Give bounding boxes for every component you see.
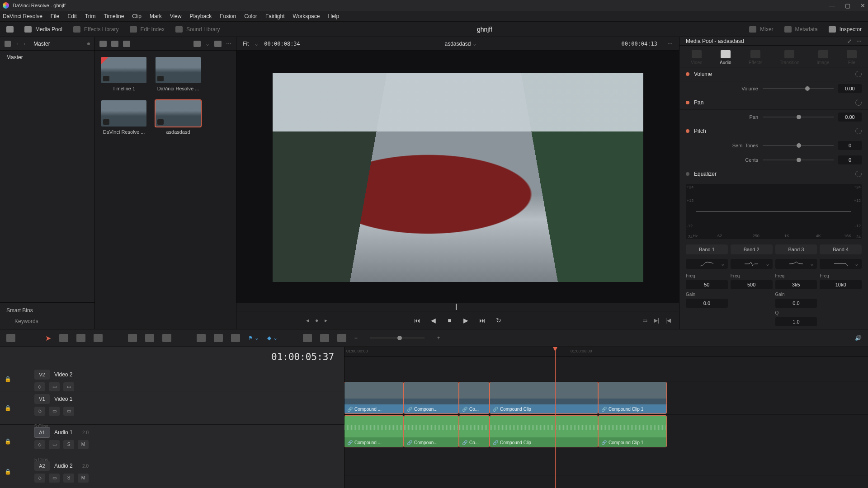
pan-value[interactable]: 0.00 [838,113,862,122]
track-lock-icon[interactable]: 🔒 [5,469,12,475]
pan-slider[interactable] [763,117,834,117]
auto-select-icon[interactable]: ◇ [34,382,45,391]
inspector-menu-icon[interactable]: ⋯ [856,38,862,44]
cents-slider[interactable] [763,160,834,160]
playhead[interactable] [555,347,556,488]
track-v1-dest[interactable]: V1 [34,394,50,404]
track-a2-dest[interactable]: A2 [34,461,50,471]
track-enable-icon[interactable]: ▭ [49,407,60,416]
section-volume[interactable]: Volume [694,71,712,77]
band1-gain[interactable]: 0.0 [686,299,728,308]
menu-file[interactable]: File [51,13,59,19]
window-maximize-button[interactable]: ▢ [845,2,850,9]
viewer-zoom-select[interactable]: Fit [243,41,249,47]
track-v2-dest[interactable]: V2 [34,370,50,380]
next-clip-icon[interactable]: ▶| [654,317,659,324]
mute-button[interactable]: M [78,440,89,449]
track-a2-lane[interactable] [344,448,868,475]
timeline-audio-clip[interactable]: 🔗 Compound Clip [490,416,598,447]
band1-shape-select[interactable]: ⌄ [686,259,728,269]
inspector-tab-transition[interactable]: Transition [780,50,800,65]
audio-monitor-icon[interactable]: 🔊 [855,335,862,341]
window-close-button[interactable]: ✕ [860,2,865,9]
menu-timeline[interactable]: Timeline [104,13,124,19]
overwrite-clip-icon[interactable] [145,334,154,342]
reset-pan-icon[interactable] [854,98,863,107]
inspector-toggle[interactable]: Inspector [829,26,862,33]
timeline-clip[interactable]: 🔗 Compound ... [344,382,403,413]
band3-q[interactable]: 1.0 [775,317,817,326]
viewer-timecode-in[interactable]: 00:00:08:34 [264,41,300,47]
blade-tool-icon[interactable] [94,334,103,342]
replace-clip-icon[interactable] [162,334,171,342]
track-record-icon[interactable]: ▭ [49,440,60,449]
window-minimize-button[interactable]: — [829,2,835,9]
menu-view[interactable]: View [170,13,182,19]
track-a1-dest[interactable]: A1 [34,427,50,437]
list-view-icon[interactable] [123,41,130,47]
pool-menu-icon[interactable]: ⋯ [226,41,231,47]
smart-bin-keywords[interactable]: Keywords [6,318,88,324]
snap-icon[interactable] [197,334,206,342]
reset-volume-icon[interactable] [854,70,863,78]
flag-dropdown[interactable]: ⚑ ⌄ [248,335,259,341]
track-a1-lane[interactable]: 🔗 Compound ... 🔗 Compoun... 🔗 Co... 🔗 Co… [344,415,868,448]
solo-button[interactable]: S [63,440,74,449]
viewer-clip-title[interactable]: asdasdasd ⌄ [306,41,616,47]
semitones-value[interactable]: 0 [838,141,862,150]
band4-freq[interactable]: 10k0 [820,280,862,289]
band2-shape-select[interactable]: ⌄ [731,259,773,269]
volume-value[interactable]: 0.00 [838,84,862,93]
eq-band-1[interactable]: Band 1 [686,244,728,254]
reset-pitch-icon[interactable] [854,127,863,135]
inspector-tab-audio[interactable]: Audio [720,50,731,65]
menu-mark[interactable]: Mark [150,13,162,19]
track-v2-lane[interactable] [344,357,868,381]
full-extent-button[interactable] [6,26,14,33]
edit-index-toggle[interactable]: Edit Index [130,26,165,33]
timeline-zoom-slider[interactable] [370,338,425,338]
track-lock-icon[interactable]: 🔒 [5,438,12,445]
timeline-audio-clip[interactable]: 🔗 Compoun... [404,416,458,447]
inspector-expand-icon[interactable]: ⤢ [847,38,852,44]
volume-slider[interactable] [763,88,834,89]
zoom-icon[interactable] [337,334,346,342]
timeline-ruler[interactable]: 01:00:00:00 01:00:06:00 [344,347,868,357]
insert-clip-icon[interactable] [128,334,137,342]
stop-button[interactable]: ■ [446,316,454,324]
solo-button[interactable]: S [63,474,74,483]
bin-master[interactable]: Master [0,51,94,64]
menu-workspace[interactable]: Workspace [293,13,320,19]
play-button[interactable]: ▶ [462,316,470,324]
inspector-tab-effects[interactable]: Effects [749,50,762,65]
lock-icon[interactable] [231,334,240,342]
auto-select-icon[interactable]: ◇ [34,440,45,449]
timeline-clip[interactable]: 🔗 Compound Clip 1 [599,382,666,413]
metadata-toggle[interactable]: Metadata [784,26,818,33]
eq-band-3[interactable]: Band 3 [775,244,817,254]
grid-view-icon[interactable] [111,41,118,47]
selection-tool-icon[interactable]: ➤ [45,334,51,343]
band3-shape-select[interactable]: ⌄ [775,259,817,269]
timeline-view-icon[interactable] [6,334,15,342]
menu-help[interactable]: Help [328,13,339,19]
search-icon[interactable] [193,41,201,47]
clip-thumb[interactable]: DaVinci Resolve ... [156,57,201,91]
eq-band-4[interactable]: Band 4 [820,244,862,254]
track-visibility-icon[interactable]: ▭ [63,382,74,391]
jump-start-button[interactable]: ⏮ [413,316,421,324]
timeline-timecode[interactable]: 01:00:05:37 [0,347,344,367]
timeline-clip[interactable]: 🔗 Compound Clip [490,382,598,413]
media-pool-toggle[interactable]: Media Pool [24,26,62,33]
next-edit-icon[interactable]: ▸ [325,317,327,324]
menu-playback[interactable]: Playback [189,13,212,19]
mixer-toggle[interactable]: Mixer [749,26,773,33]
inspector-tab-file[interactable]: File [847,50,857,65]
marker-dropdown[interactable]: ◆ ⌄ [267,335,277,341]
menu-fusion[interactable]: Fusion [220,13,236,19]
cents-value[interactable]: 0 [838,155,862,164]
section-equalizer[interactable]: Equalizer [694,171,717,177]
section-pan[interactable]: Pan [694,99,703,106]
band3-gain[interactable]: 0.0 [775,299,817,308]
timeline-audio-clip[interactable]: 🔗 Compound Clip 1 [599,416,666,447]
